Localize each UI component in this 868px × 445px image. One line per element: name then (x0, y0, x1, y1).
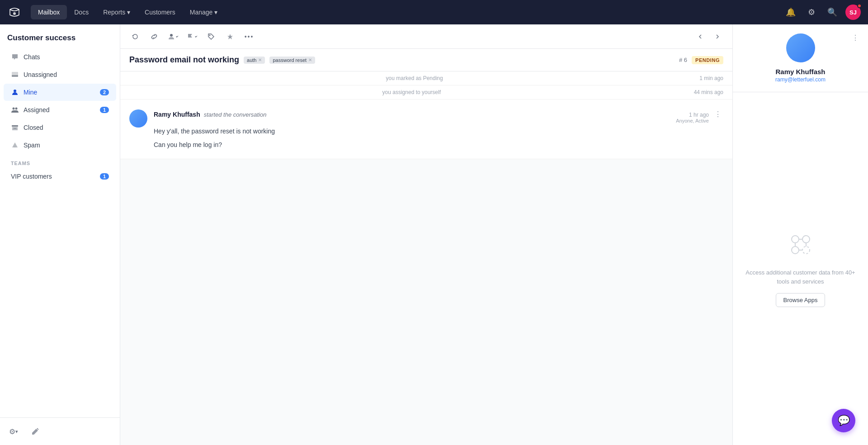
assigned-count-badge: 1 (100, 107, 109, 113)
conversation-header: Password email not working auth ✕ passwo… (120, 49, 732, 71)
archive-icon (11, 123, 19, 132)
apps-description: Access additional customer data from 40+… (742, 268, 859, 286)
svg-point-12 (792, 246, 799, 254)
notification-icon[interactable]: 🔔 (783, 5, 798, 20)
sidebar: Customer success Chats Unassigned Mine (0, 24, 120, 445)
customer-options-button[interactable]: ⋮ (852, 33, 859, 42)
message-audience: Anyone, Active (676, 118, 709, 123)
conversation-id: # 6 (679, 57, 687, 63)
toolbar-nav-buttons (693, 29, 725, 44)
svg-point-3 (14, 90, 16, 92)
message-body: Ramy Khuffash started the conversation 1… (154, 109, 723, 150)
top-nav: Mailbox Docs Reports ▾ Customers Manage … (0, 0, 868, 24)
tag-button[interactable] (203, 29, 219, 44)
spam-icon (11, 141, 19, 149)
nav-right: 🔔 ⚙ 🔍 SJ (783, 5, 861, 20)
undo-button[interactable] (127, 29, 143, 44)
customer-avatar (786, 33, 815, 62)
svg-point-10 (792, 236, 799, 243)
svg-point-5 (15, 108, 18, 110)
nav-docs[interactable]: Docs (67, 5, 96, 19)
sidebar-item-assigned[interactable]: Assigned 1 (4, 101, 116, 118)
sidebar-item-unassigned[interactable]: Unassigned (4, 66, 116, 83)
message-time: 1 hr ago (676, 112, 709, 118)
activity-assigned: you assigned to yourself 44 mins ago (120, 85, 732, 99)
next-conversation-button[interactable] (710, 29, 725, 44)
nav-items: Mailbox Docs Reports ▾ Customers Manage … (31, 5, 783, 19)
settings-footer-button[interactable]: ⚙ ▾ (4, 421, 24, 441)
search-icon[interactable]: 🔍 (825, 5, 840, 20)
nav-manage[interactable]: Manage ▾ (183, 5, 225, 19)
activity-pending: you marked as Pending 1 min ago (120, 71, 732, 85)
tag-auth[interactable]: auth ✕ (244, 57, 265, 64)
nav-customers[interactable]: Customers (137, 5, 183, 19)
message-options-button[interactable]: ⋮ (712, 109, 723, 119)
message-item: Ramy Khuffash started the conversation 1… (120, 99, 732, 159)
message-action: started the conversation (204, 111, 267, 118)
app-logo (7, 5, 22, 19)
messages-area: you marked as Pending 1 min ago you assi… (120, 71, 732, 445)
boost-button[interactable] (222, 29, 238, 44)
sidebar-title: Customer success (0, 24, 120, 48)
prev-conversation-button[interactable] (693, 29, 708, 44)
chat-fab-button[interactable]: 💬 (832, 409, 855, 432)
people-icon (11, 106, 19, 114)
activity-pending-time: 1 min ago (699, 75, 723, 81)
svg-rect-2 (12, 75, 18, 77)
nav-mailbox[interactable]: Mailbox (31, 5, 67, 19)
message-header: Ramy Khuffash started the conversation 1… (154, 109, 723, 123)
link-button[interactable] (146, 29, 162, 44)
compose-footer-button[interactable] (25, 421, 45, 441)
sidebar-item-spam[interactable]: Spam (4, 137, 116, 154)
tag-password-reset-remove[interactable]: ✕ (308, 57, 312, 62)
main-layout: Customer success Chats Unassigned Mine (0, 0, 868, 445)
svg-point-8 (170, 34, 173, 37)
notification-badge (857, 4, 862, 8)
svg-point-11 (802, 236, 810, 243)
activity-pending-text: you marked as Pending (129, 75, 699, 81)
message-avatar (129, 109, 147, 128)
mine-count-badge: 2 (100, 89, 109, 95)
svg-point-0 (13, 12, 16, 15)
sidebar-nav: Chats Unassigned Mine 2 Assigned (0, 48, 120, 417)
message-author: Ramy Khuffash (154, 111, 200, 118)
sidebar-item-chats[interactable]: Chats (4, 48, 116, 66)
conversation-status: PENDING (692, 56, 723, 64)
customer-name: Ramy Khuffash (742, 68, 859, 76)
activity-assigned-text: you assigned to yourself (129, 89, 694, 95)
svg-point-17 (802, 246, 810, 254)
sidebar-item-closed[interactable]: Closed (4, 119, 116, 136)
apps-section: Access additional customer data from 40+… (733, 92, 868, 445)
chat-icon (11, 53, 19, 61)
activity-assigned-time: 44 mins ago (694, 89, 723, 95)
customer-card: Ramy Khuffash ramy@letterfuel.com ⋮ (733, 24, 868, 92)
sidebar-item-mine[interactable]: Mine 2 (4, 84, 116, 101)
conversation-toolbar: ••• (120, 24, 732, 49)
inbox-icon (11, 71, 19, 79)
message-text: Hey y'all, the password reset is not wor… (154, 126, 723, 150)
assign-button[interactable] (165, 29, 181, 44)
person-icon (11, 88, 19, 96)
sidebar-footer: ⚙ ▾ (0, 417, 120, 445)
tag-auth-remove[interactable]: ✕ (258, 57, 262, 62)
svg-point-4 (13, 108, 15, 110)
user-avatar[interactable]: SJ (845, 5, 861, 20)
conversation-title: Password email not working (129, 55, 239, 65)
flag-button[interactable] (184, 29, 200, 44)
sidebar-item-vip[interactable]: VIP customers 1 (4, 168, 116, 185)
svg-point-9 (209, 34, 211, 36)
right-panel: Ramy Khuffash ramy@letterfuel.com ⋮ Acce (732, 24, 868, 445)
apps-icon (786, 230, 815, 261)
svg-rect-6 (12, 125, 18, 127)
vip-count-badge: 1 (100, 173, 109, 180)
tag-password-reset[interactable]: password reset ✕ (269, 57, 315, 64)
message-time-info: 1 hr ago Anyone, Active (676, 112, 709, 123)
customer-email: ramy@letterfuel.com (742, 76, 859, 83)
more-button[interactable]: ••• (241, 29, 257, 44)
teams-section-label: TEAMS (0, 154, 120, 168)
settings-icon[interactable]: ⚙ (804, 5, 819, 20)
browse-apps-button[interactable]: Browse Apps (776, 293, 826, 307)
main-content: ••• Password email not working auth ✕ pa… (120, 24, 732, 445)
customer-card-wrapper: Ramy Khuffash ramy@letterfuel.com ⋮ (733, 24, 868, 92)
nav-reports[interactable]: Reports ▾ (96, 5, 137, 19)
